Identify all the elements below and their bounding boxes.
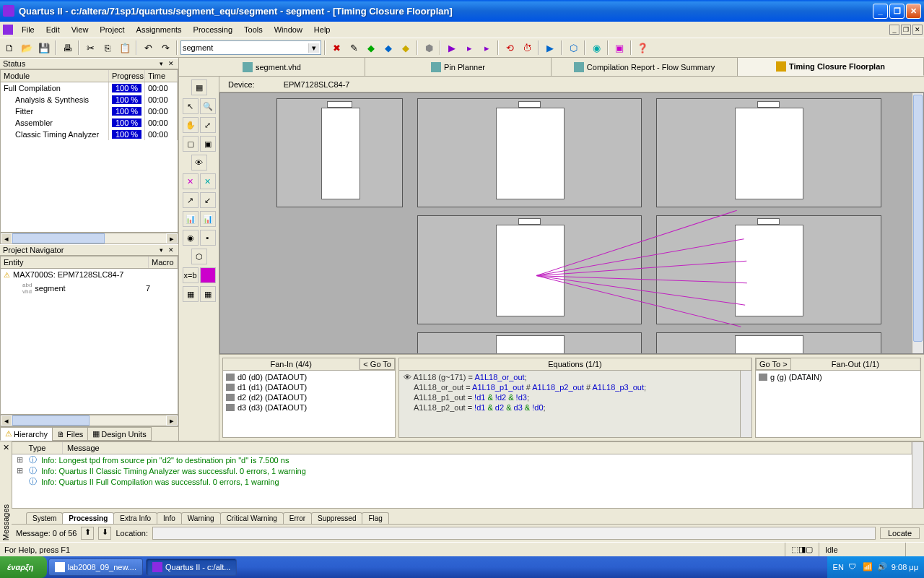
project-combo[interactable]: segment ▾ bbox=[180, 40, 321, 55]
status-hscroll[interactable]: ◂ ▸ bbox=[0, 233, 178, 244]
col-macro[interactable]: Macro bbox=[149, 256, 178, 268]
redo-icon[interactable]: ↷ bbox=[157, 40, 173, 56]
clock[interactable]: 9:08 μμ bbox=[892, 563, 918, 571]
prev-message-button[interactable]: ⬆ bbox=[81, 527, 94, 540]
tool-icon[interactable]: ▦ bbox=[183, 286, 199, 302]
equation-line[interactable]: A1L18_or_out = A1L18_p1_out # A1L18_p2_o… bbox=[402, 382, 737, 392]
tool-icon[interactable]: ↗ bbox=[183, 192, 199, 208]
tool-icon[interactable]: ◉ bbox=[588, 40, 604, 56]
lab-block[interactable] bbox=[417, 332, 642, 354]
equation-line[interactable]: A1L18_p2_out = !d1 & d2 & d3 & !d0; bbox=[402, 402, 737, 413]
tray-icon[interactable]: 📶 bbox=[863, 562, 873, 572]
status-row[interactable]: Analysis & Synthesis100 %00:00 bbox=[1, 94, 178, 105]
undo-icon[interactable]: ↶ bbox=[140, 40, 156, 56]
list-item[interactable]: g (g) (DATAIN) bbox=[759, 372, 918, 382]
message-row[interactable]: ⊞ⓘInfo: Quartus II Classic Timing Analyz… bbox=[12, 465, 912, 476]
chart-icon[interactable]: 📊 bbox=[183, 211, 199, 227]
scroll-thumb[interactable] bbox=[12, 415, 90, 426]
lab-block[interactable] bbox=[656, 332, 881, 354]
equation-line[interactable]: 👁 A1L18 (g~171) = A1L18_or_out; bbox=[402, 372, 737, 382]
clock-icon[interactable]: ⏱ bbox=[519, 40, 535, 56]
start-button[interactable]: έναρξη bbox=[0, 556, 47, 578]
col-time[interactable]: Time bbox=[145, 70, 178, 82]
open-file-icon[interactable]: 📂 bbox=[19, 40, 35, 56]
tool-icon[interactable]: ↙ bbox=[200, 192, 216, 208]
tool-icon[interactable]: ◆ bbox=[363, 40, 379, 56]
menu-help[interactable]: Help bbox=[308, 24, 336, 35]
hand-icon[interactable]: ✋ bbox=[183, 117, 199, 133]
equation-line[interactable]: A1L18_p1_out = !d1 & !d2 & !d3; bbox=[402, 392, 737, 402]
menu-project[interactable]: Project bbox=[94, 24, 130, 35]
scroll-left-icon[interactable]: ◂ bbox=[1, 233, 12, 243]
menu-view[interactable]: View bbox=[66, 24, 95, 35]
messages-tab[interactable]: Processing bbox=[62, 512, 114, 524]
tool-icon[interactable]: ✖ bbox=[328, 40, 344, 56]
col-type[interactable]: Type bbox=[12, 442, 63, 454]
goto-button[interactable]: Go To > bbox=[756, 358, 791, 370]
panel-dropdown-icon[interactable]: ▾ bbox=[157, 60, 165, 67]
save-icon[interactable]: 💾 bbox=[36, 40, 52, 56]
panel-close-icon[interactable]: ✕ bbox=[167, 246, 175, 254]
tool-icon[interactable]: ▦ bbox=[200, 286, 216, 302]
messages-tab[interactable]: Critical Warning bbox=[220, 512, 284, 524]
taskbar-item[interactable]: lab2008_09_new.... bbox=[48, 558, 143, 576]
location-input[interactable] bbox=[152, 527, 876, 540]
status-row[interactable]: Fitter100 %00:00 bbox=[1, 105, 178, 117]
tool-icon[interactable]: ◆ bbox=[380, 40, 396, 56]
stop-icon[interactable]: ⬢ bbox=[421, 40, 437, 56]
messages-tab[interactable]: Flag bbox=[362, 512, 388, 524]
goto-button[interactable]: < Go To bbox=[359, 358, 395, 370]
tool-icon[interactable]: ▢ bbox=[183, 136, 199, 152]
floorplan-vscroll[interactable] bbox=[912, 93, 923, 353]
chevron-down-icon[interactable]: ▾ bbox=[308, 43, 319, 53]
list-item[interactable]: d2 (d2) (DATAOUT) bbox=[226, 392, 392, 402]
tool-icon[interactable]: ▶ bbox=[542, 40, 558, 56]
maximize-button[interactable]: ❐ bbox=[889, 4, 905, 19]
tool-icon[interactable]: ▣ bbox=[611, 40, 627, 56]
scroll-track[interactable] bbox=[12, 233, 166, 243]
panel-dropdown-icon[interactable]: ▾ bbox=[157, 246, 165, 254]
equation-icon[interactable]: x=b bbox=[183, 267, 199, 283]
tab-files[interactable]: 🗎Files bbox=[52, 427, 88, 441]
tab-design-units[interactable]: ▦Design Units bbox=[87, 427, 151, 441]
tool-icon[interactable]: ▸ bbox=[479, 40, 494, 56]
minimize-button[interactable]: _ bbox=[873, 4, 888, 19]
messages-tab[interactable]: Warning bbox=[181, 512, 221, 524]
messages-tab[interactable]: System bbox=[26, 512, 63, 524]
mdi-close[interactable]: ✕ bbox=[912, 25, 923, 35]
list-item[interactable]: d0 (d0) (DATAOUT) bbox=[226, 372, 392, 382]
zoom-in-icon[interactable]: 🔍 bbox=[200, 98, 216, 114]
message-row[interactable]: ⊞ⓘInfo: Longest tpd from source pin "d2"… bbox=[12, 454, 912, 465]
tool-icon[interactable]: ◉ bbox=[183, 230, 199, 246]
tool-icon[interactable]: ◆ bbox=[398, 40, 414, 56]
lab-block[interactable] bbox=[276, 98, 403, 207]
tool-icon[interactable]: ✕ bbox=[200, 173, 216, 189]
tab-floorplan[interactable]: Timing Closure Floorplan bbox=[738, 58, 924, 76]
col-progress[interactable]: Progress % bbox=[109, 70, 145, 82]
tool-icon[interactable]: ▣ bbox=[200, 136, 216, 152]
menu-processing[interactable]: Processing bbox=[188, 24, 238, 35]
cut-icon[interactable]: ✂ bbox=[82, 40, 98, 56]
tool-icon[interactable] bbox=[200, 267, 216, 283]
close-button[interactable]: ✕ bbox=[906, 4, 921, 19]
list-item[interactable]: d1 (d1) (DATAOUT) bbox=[226, 382, 392, 392]
equations-vscroll[interactable] bbox=[740, 371, 751, 437]
close-icon[interactable]: ✕ bbox=[3, 443, 9, 452]
message-row[interactable]: ⓘInfo: Quartus II Full Compilation was s… bbox=[12, 476, 912, 487]
next-message-button[interactable]: ⬇ bbox=[98, 527, 111, 540]
col-module[interactable]: Module bbox=[1, 70, 109, 82]
tool-icon[interactable]: ✎ bbox=[346, 40, 362, 56]
tool-icon[interactable]: ▸ bbox=[461, 40, 477, 56]
messages-tab[interactable]: Info bbox=[157, 512, 182, 524]
navigator-hscroll[interactable]: ◂ ▸ bbox=[0, 415, 178, 426]
floorplan-canvas[interactable] bbox=[219, 92, 924, 354]
panel-close-icon[interactable]: ✕ bbox=[167, 60, 175, 67]
locate-button[interactable]: Locate bbox=[880, 527, 920, 539]
scroll-thumb[interactable] bbox=[12, 233, 105, 243]
navigator-device-row[interactable]: ⚠ MAX7000S: EPM7128SLC84-7 bbox=[1, 269, 178, 280]
scroll-right-icon[interactable]: ▸ bbox=[166, 415, 178, 426]
col-message[interactable]: Message bbox=[63, 442, 912, 454]
tray-icon[interactable]: 🛡 bbox=[848, 562, 858, 572]
chip-icon[interactable]: ⬡ bbox=[565, 40, 581, 56]
scroll-left-icon[interactable]: ◂ bbox=[1, 415, 12, 426]
